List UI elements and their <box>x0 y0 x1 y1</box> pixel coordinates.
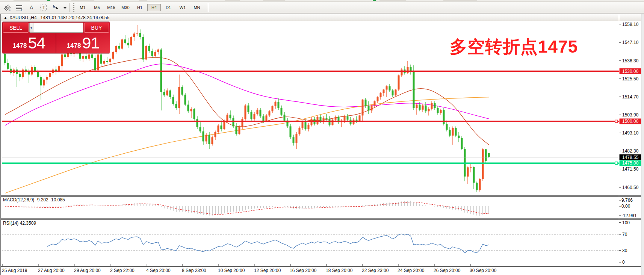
svg-text:1460.50: 1460.50 <box>622 185 639 190</box>
rsi-indicator-label: RSI(14) 42.3509 <box>3 221 36 226</box>
svg-text:30 Sep 20:00: 30 Sep 20:00 <box>470 268 497 273</box>
macd-indicator-label: MACD(12,26,9) -9.202 -10.085 <box>3 197 65 202</box>
time-axis[interactable]: 25 Aug 201927 Aug 20:0029 Aug 20:002 Sep… <box>2 264 497 273</box>
buy-price-tile[interactable]: 1478 91 <box>56 33 110 53</box>
svg-text:30: 30 <box>622 248 627 253</box>
svg-text:1493.10: 1493.10 <box>622 130 639 136</box>
ma-slow-orange[interactable] <box>5 97 489 193</box>
volume-decrease-button[interactable]: ▼ <box>30 23 33 32</box>
one-click-trading-panel: SELL ▼ ▲ BUY 1478 54 1478 91 <box>2 22 110 53</box>
svg-text:2 Sep 22:00: 2 Sep 22:00 <box>110 268 135 273</box>
volume-stepper: ▼ ▲ <box>29 23 83 33</box>
hline-handle[interactable] <box>615 120 618 123</box>
svg-text:27 Aug 20:00: 27 Aug 20:00 <box>38 268 65 273</box>
svg-text:1530.00: 1530.00 <box>622 69 639 74</box>
svg-text:22 Sep 23:00: 22 Sep 23:00 <box>362 268 389 273</box>
sell-price-big-figure: 1478 <box>13 42 27 50</box>
panel-borders <box>1 195 643 266</box>
svg-text:-12.991: -12.991 <box>621 213 637 218</box>
svg-text:0: 0 <box>622 260 625 265</box>
sell-price-pips: 54 <box>28 34 45 52</box>
hline-handle[interactable] <box>615 162 618 165</box>
mt4-trading-app: { "toolbar": { "icons": [ {"name": "equi… <box>0 0 644 275</box>
svg-text:1500.00: 1500.00 <box>622 119 639 124</box>
rsi-line <box>47 234 489 253</box>
svg-text:70: 70 <box>622 232 627 237</box>
svg-text:26 Sep 20:00: 26 Sep 20:00 <box>434 268 461 273</box>
macd-histogram <box>5 201 489 216</box>
svg-text:10 Sep 20:00: 10 Sep 20:00 <box>218 268 245 273</box>
svg-text:1558.10: 1558.10 <box>622 22 639 27</box>
svg-text:1503.90: 1503.90 <box>622 112 639 118</box>
sell-price-tile[interactable]: 1478 54 <box>2 33 56 53</box>
sell-button[interactable]: SELL <box>3 23 29 33</box>
macd-signal-line <box>5 202 489 215</box>
svg-text:12 Sep 20:00: 12 Sep 20:00 <box>254 268 281 273</box>
svg-text:25 Aug 2019: 25 Aug 2019 <box>2 268 27 273</box>
svg-text:1478.55: 1478.55 <box>622 155 639 160</box>
ma-mid-magenta[interactable] <box>5 64 489 125</box>
buy-price-big-figure: 1478 <box>67 42 81 50</box>
buy-price-pips: 91 <box>82 34 99 52</box>
svg-text:16 Sep 20:00: 16 Sep 20:00 <box>290 268 317 273</box>
price-axis[interactable]: 1558.101547.101536.301525.501514.701503.… <box>619 14 639 266</box>
svg-text:1471.50: 1471.50 <box>622 166 639 172</box>
svg-text:24 Sep 20:00: 24 Sep 20:00 <box>398 268 425 273</box>
svg-text:1536.30: 1536.30 <box>622 58 639 63</box>
svg-text:9.766: 9.766 <box>621 198 633 203</box>
volume-input[interactable] <box>33 23 83 32</box>
buy-button[interactable]: BUY <box>84 23 109 33</box>
svg-text:1525.50: 1525.50 <box>622 76 639 82</box>
svg-text:1475.00: 1475.00 <box>622 160 639 166</box>
chart-text-annotation: 多空转折点1475 <box>450 35 578 59</box>
svg-text:1514.70: 1514.70 <box>622 94 639 100</box>
svg-text:4 Sep 20:00: 4 Sep 20:00 <box>146 268 171 273</box>
svg-text:29 Aug 20:00: 29 Aug 20:00 <box>74 268 101 273</box>
svg-text:1482.30: 1482.30 <box>622 148 639 154</box>
svg-text:100: 100 <box>622 220 630 225</box>
svg-text:1547.10: 1547.10 <box>622 40 639 45</box>
svg-text:8 Sep 23:00: 8 Sep 23:00 <box>182 268 206 273</box>
right-scrollbar-track <box>641 14 644 275</box>
svg-text:18 Sep 20:00: 18 Sep 20:00 <box>326 268 353 273</box>
svg-text:0.00: 0.00 <box>621 204 630 209</box>
